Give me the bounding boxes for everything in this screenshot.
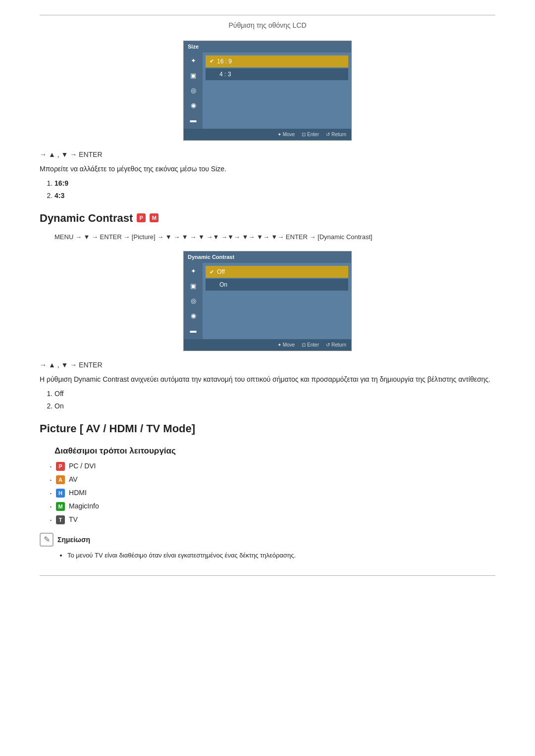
dc-screen-container: Dynamic Contrast ✦ ▣ ◎ ◉ ▬ ✔ Off O <box>40 251 495 351</box>
size-screen-footer: ✦ Move ⊡ Enter ↺ Return <box>184 129 351 140</box>
dc-screen-title: Dynamic Contrast <box>184 252 351 263</box>
size-footer-return: ↺ Return <box>326 131 346 138</box>
return-icon: ↺ <box>326 131 330 138</box>
size-check-169: ✔ <box>210 57 214 65</box>
size-icon-1: ✦ <box>188 55 199 66</box>
dynamic-contrast-menu-path: MENU → ▼ → ENTER → [Picture] → ▼ → ▼ → ▼… <box>54 232 495 243</box>
dc-list: Off On <box>54 389 495 411</box>
badge-magicinfo: M <box>56 502 65 511</box>
mode-label-pc: PC / DVI <box>69 461 96 471</box>
dynamic-contrast-heading: Dynamic Contrast P M <box>40 210 495 226</box>
size-icon-3: ◎ <box>188 85 199 96</box>
dc-icons: ✦ ▣ ◎ ◉ ▬ <box>184 263 203 339</box>
dc-return-icon: ↺ <box>326 341 330 349</box>
size-monitor-screen: Size ✦ ▣ ◎ ◉ ▬ ✔ 16 : 9 4 : 3 <box>183 41 352 141</box>
bullet-dot-tv: · <box>50 515 52 524</box>
picture-av-heading: Picture [ AV / HDMI / TV Mode] <box>40 420 495 437</box>
note-label: Σημείωση <box>57 533 90 545</box>
dc-option-off: ✔ Off <box>206 266 348 278</box>
dc-options: ✔ Off On <box>203 263 351 339</box>
dc-footer-return: ↺ Return <box>326 341 346 349</box>
dc-option-on: On <box>206 279 348 291</box>
mode-label-av: AV <box>69 474 78 485</box>
dc-icon-3: ◎ <box>188 296 199 306</box>
size-screen-title: Size <box>184 41 351 52</box>
mode-av: · A AV <box>50 474 495 485</box>
dc-icon-4: ◉ <box>188 310 199 321</box>
note-box: ✎ Σημείωση <box>40 533 495 547</box>
picture-av-modes-list: · P PC / DVI · A AV · H HDMI · M MagicIn… <box>50 461 495 525</box>
size-nav: → ▲ , ▼ → ENTER <box>40 150 495 160</box>
page-header: Ρύθμιση της οθόνης LCD <box>40 20 495 31</box>
size-label-43: 4 : 3 <box>219 70 231 79</box>
note-icon: ✎ <box>40 533 54 547</box>
dc-list-item-2: On <box>54 401 495 411</box>
picture-av-sub-heading: Διαθέσιμοι τρόποι λειτουργίας <box>54 445 495 457</box>
bottom-divider <box>40 575 495 576</box>
dc-enter-icon: ⊡ <box>302 341 306 349</box>
bullet-dot-pc: · <box>50 462 52 471</box>
badge-m: M <box>150 213 159 222</box>
note-list: Το μενού TV είναι διαθέσιμο όταν είναι ε… <box>57 551 495 560</box>
dc-footer-enter: ⊡ Enter <box>302 341 319 349</box>
size-menu-area: ✦ ▣ ◎ ◉ ▬ ✔ 16 : 9 4 : 3 <box>184 52 351 129</box>
mode-magicinfo: · M MagicInfo <box>50 501 495 511</box>
badge-av: A <box>56 475 65 484</box>
badge-tv: T <box>56 515 65 524</box>
dc-icon-5: ▬ <box>188 325 199 336</box>
mode-tv: · T TV <box>50 514 495 525</box>
size-icon-2: ▣ <box>188 70 199 81</box>
badge-pc: P <box>56 462 65 471</box>
dynamic-contrast-title: Dynamic Contrast <box>40 210 133 226</box>
move-icon: ✦ <box>277 131 281 138</box>
size-footer-move: ✦ Move <box>277 131 295 138</box>
size-desc: Μπορείτε να αλλάξετε το μέγεθος της εικό… <box>40 164 495 174</box>
mode-pc-dvi: · P PC / DVI <box>50 461 495 471</box>
enter-icon: ⊡ <box>302 131 306 138</box>
size-list-item-1: 16:9 <box>54 178 495 189</box>
top-divider <box>40 15 495 15</box>
dc-list-item-1: Off <box>54 389 495 399</box>
size-list-item-2: 4:3 <box>54 191 495 201</box>
size-options: ✔ 16 : 9 4 : 3 <box>203 52 351 129</box>
dc-label-off: Off <box>217 267 225 276</box>
size-label-169: 16 : 9 <box>217 57 232 66</box>
size-screen-container: Size ✦ ▣ ◎ ◉ ▬ ✔ 16 : 9 4 : 3 <box>40 41 495 141</box>
mode-label-magicinfo: MagicInfo <box>69 501 99 511</box>
mode-hdmi: · H HDMI <box>50 488 495 498</box>
mode-label-tv: TV <box>69 514 78 525</box>
dc-icon-2: ▣ <box>188 281 199 292</box>
bullet-dot-magicinfo: · <box>50 502 52 511</box>
mode-label-hdmi: HDMI <box>69 488 87 498</box>
badge-p: P <box>137 213 146 222</box>
badge-hdmi: H <box>56 489 65 498</box>
size-icon-4: ◉ <box>188 100 199 111</box>
dc-nav: → ▲ , ▼ → ENTER <box>40 360 495 370</box>
dc-move-icon: ✦ <box>277 341 281 349</box>
size-option-43: 4 : 3 <box>206 68 348 80</box>
dc-desc: Η ρύθμιση Dynamic Contrast ανιχνεύει αυτ… <box>40 374 495 385</box>
dc-monitor-screen: Dynamic Contrast ✦ ▣ ◎ ◉ ▬ ✔ Off O <box>183 251 352 351</box>
dc-icon-1: ✦ <box>188 266 199 277</box>
note-item-1: Το μενού TV είναι διαθέσιμο όταν είναι ε… <box>67 551 495 560</box>
size-icons: ✦ ▣ ◎ ◉ ▬ <box>184 52 203 129</box>
bullet-dot-hdmi: · <box>50 489 52 498</box>
page-title: Ρύθμιση της οθόνης LCD <box>228 21 306 29</box>
size-option-169: ✔ 16 : 9 <box>206 55 348 67</box>
dc-menu-area: ✦ ▣ ◎ ◉ ▬ ✔ Off On <box>184 263 351 339</box>
size-icon-5: ▬ <box>188 115 199 126</box>
dc-screen-footer: ✦ Move ⊡ Enter ↺ Return <box>184 339 351 351</box>
dc-check-off: ✔ <box>210 268 214 276</box>
dc-footer-move: ✦ Move <box>277 341 295 349</box>
size-footer-enter: ⊡ Enter <box>302 131 319 138</box>
bullet-dot-av: · <box>50 475 52 484</box>
dc-label-on: On <box>219 280 227 289</box>
size-list: 16:9 4:3 <box>54 178 495 201</box>
picture-av-title: Picture [ AV / HDMI / TV Mode] <box>40 420 195 437</box>
